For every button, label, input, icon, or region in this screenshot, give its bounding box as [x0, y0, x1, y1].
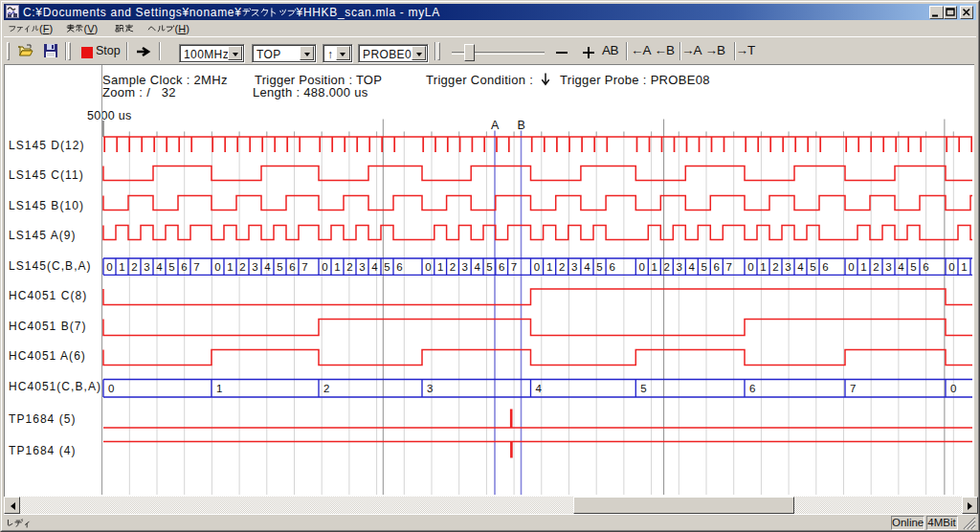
- svg-text:2: 2: [772, 261, 778, 273]
- svg-text:0: 0: [106, 261, 112, 273]
- svg-text:3: 3: [427, 383, 433, 394]
- svg-text:0: 0: [214, 261, 220, 273]
- svg-text:TP1684 (5): TP1684 (5): [9, 412, 77, 426]
- svg-text:TP1684 (4): TP1684 (4): [9, 444, 77, 457]
- svg-text:4: 4: [536, 383, 543, 394]
- svg-text:3: 3: [462, 261, 468, 273]
- svg-text:LS145 A(9): LS145 A(9): [9, 229, 77, 242]
- svg-text:6: 6: [289, 261, 295, 273]
- svg-text:6: 6: [822, 261, 828, 273]
- svg-text:2: 2: [131, 261, 137, 273]
- svg-text:1: 1: [652, 261, 657, 273]
- svg-text:0: 0: [534, 261, 540, 273]
- svg-text:Length : 488.000 us: Length : 488.000 us: [253, 85, 368, 100]
- svg-text:4: 4: [156, 261, 163, 273]
- svg-text:0: 0: [108, 383, 114, 394]
- svg-text:LS145 C(11): LS145 C(11): [9, 168, 84, 182]
- svg-text:1: 1: [227, 261, 233, 273]
- svg-text:7: 7: [511, 261, 517, 273]
- svg-text:4: 4: [584, 261, 590, 273]
- svg-text:HC4051(C,B,A): HC4051(C,B,A): [9, 380, 101, 393]
- svg-text:2: 2: [239, 261, 245, 273]
- svg-text:3: 3: [785, 261, 791, 273]
- svg-text:3: 3: [885, 261, 891, 273]
- svg-text:3: 3: [252, 261, 257, 273]
- svg-text:5: 5: [486, 261, 492, 273]
- svg-text:3: 3: [571, 261, 577, 273]
- svg-text:2: 2: [346, 261, 352, 273]
- svg-text:6: 6: [749, 383, 755, 394]
- svg-text:LS145 D(12): LS145 D(12): [9, 139, 85, 152]
- svg-text:0: 0: [639, 261, 645, 273]
- svg-text:2: 2: [323, 383, 329, 394]
- svg-text:6: 6: [499, 261, 504, 273]
- svg-text:4: 4: [797, 261, 804, 273]
- svg-text:5: 5: [910, 261, 916, 273]
- svg-text:1: 1: [961, 261, 967, 273]
- svg-text:0: 0: [322, 261, 327, 273]
- svg-text:6: 6: [923, 261, 928, 273]
- svg-text:1: 1: [119, 261, 124, 273]
- svg-text:4: 4: [689, 261, 696, 273]
- svg-text:LS145(C,B,A): LS145(C,B,A): [9, 259, 92, 273]
- svg-text:1: 1: [546, 261, 552, 273]
- svg-text:2: 2: [450, 261, 456, 273]
- svg-text:3: 3: [359, 261, 365, 273]
- svg-text:2: 2: [559, 261, 565, 273]
- svg-text:7: 7: [193, 261, 199, 273]
- svg-text:HC4051 C(8): HC4051 C(8): [9, 289, 87, 302]
- svg-text:HC4051 A(6): HC4051 A(6): [9, 349, 86, 363]
- svg-text:4: 4: [264, 261, 271, 273]
- svg-text:0: 0: [948, 261, 954, 273]
- svg-text:4: 4: [474, 261, 480, 273]
- svg-text:6: 6: [181, 261, 187, 273]
- svg-text:5: 5: [810, 261, 815, 273]
- svg-text:0: 0: [848, 261, 854, 273]
- svg-text:Trigger Probe : PROBE08: Trigger Probe : PROBE08: [560, 73, 710, 87]
- svg-text:7: 7: [301, 261, 307, 273]
- svg-text:5: 5: [640, 383, 646, 394]
- svg-text:Zoom : / 32: Zoom : / 32: [102, 85, 176, 100]
- svg-text:5: 5: [596, 261, 602, 273]
- svg-text:3: 3: [677, 261, 682, 273]
- svg-text:0: 0: [950, 383, 956, 394]
- svg-text:6: 6: [396, 261, 402, 273]
- svg-text:B: B: [518, 119, 525, 132]
- svg-text:6: 6: [714, 261, 720, 273]
- svg-text:HC4051 B(7): HC4051 B(7): [9, 320, 87, 333]
- svg-text:Trigger Condition :: Trigger Condition :: [426, 73, 533, 87]
- svg-text:0: 0: [747, 261, 753, 273]
- svg-text:1: 1: [760, 261, 766, 273]
- svg-text:7: 7: [850, 383, 856, 394]
- svg-text:7: 7: [726, 261, 732, 273]
- svg-text:1: 1: [860, 261, 866, 273]
- svg-text:4: 4: [371, 261, 378, 273]
- svg-text:3: 3: [144, 261, 149, 273]
- svg-text:5: 5: [384, 261, 390, 273]
- svg-text:5000 us: 5000 us: [87, 109, 132, 122]
- svg-text:1: 1: [216, 383, 222, 394]
- svg-text:5: 5: [168, 261, 174, 273]
- svg-text:1: 1: [334, 261, 340, 273]
- svg-text:6: 6: [609, 261, 614, 273]
- svg-text:4: 4: [898, 261, 904, 273]
- svg-text:0: 0: [425, 261, 431, 273]
- svg-text:5: 5: [702, 261, 707, 273]
- svg-text:2: 2: [873, 261, 879, 273]
- svg-text:LS145 B(10): LS145 B(10): [9, 199, 84, 212]
- svg-text:A: A: [491, 119, 500, 132]
- svg-text:1: 1: [437, 261, 443, 273]
- svg-text:2: 2: [664, 261, 670, 273]
- svg-text:5: 5: [277, 261, 282, 273]
